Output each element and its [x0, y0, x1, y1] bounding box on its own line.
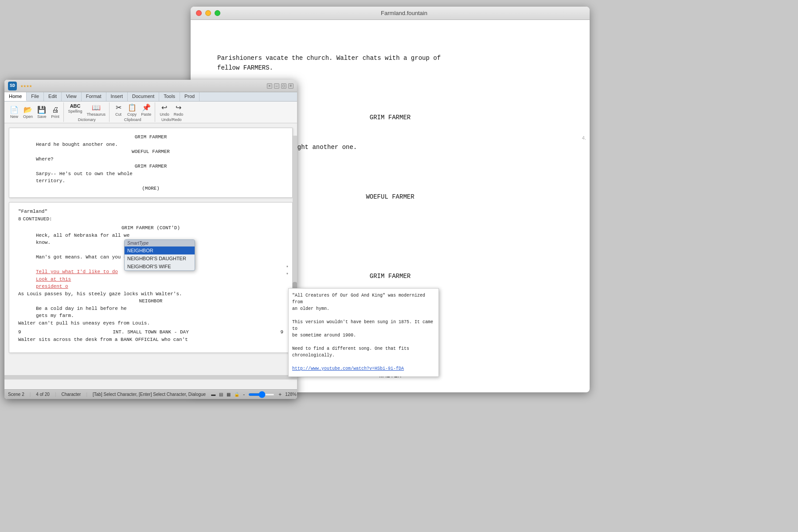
- char-grim-p1: GRIM FARMER: [18, 133, 283, 141]
- view-icon-4[interactable]: 🔒: [234, 392, 239, 397]
- autocomplete-dropdown[interactable]: SmartType NEIGHBOR NEIGHBOR'S DAUGHTER N…: [124, 239, 195, 271]
- toolbar-group-clipboard: ✂ Cut 📋 Copy 📌 Paste Clipboard: [110, 102, 155, 122]
- redo-icon: ↪: [176, 103, 181, 112]
- copy-label: Copy: [127, 112, 137, 117]
- char-grim-contd: GRIM FARMER (CONT'D): [18, 224, 283, 232]
- maximize-button[interactable]: [215, 10, 220, 16]
- zoom-plus[interactable]: +: [278, 391, 282, 398]
- tab-file[interactable]: File: [27, 92, 44, 101]
- ac-item-daughter[interactable]: NEIGHBOR'S DAUGHTER: [125, 254, 195, 262]
- thesaurus-icon: 📖: [92, 103, 101, 112]
- notes-line-4: be sometime around 1900.: [292, 332, 435, 339]
- tab-format[interactable]: Format: [82, 92, 106, 101]
- dial-neighbor-red3: president o: [36, 283, 266, 290]
- app-titlebar: SD ★★★★ ✕ — ▢ ≡: [4, 80, 297, 92]
- ac-item-wife[interactable]: NEIGHBOR'S WIFE: [125, 262, 195, 270]
- zoom-slider[interactable]: [248, 393, 275, 396]
- screenplay-title: Farmland.fountain: [224, 10, 584, 16]
- view-icon-1[interactable]: ▬: [211, 392, 215, 397]
- page-number-gutter: 4.: [582, 135, 586, 141]
- dial-grim-p1: Heard he bought another one.: [36, 141, 266, 149]
- app-max-btn[interactable]: ▢: [281, 83, 286, 89]
- tab-insert[interactable]: Insert: [106, 92, 128, 101]
- close-button[interactable]: [196, 10, 202, 16]
- action-bank: Walter sits across the desk from a BANK …: [18, 336, 283, 344]
- app-close-btn[interactable]: ✕: [267, 83, 272, 89]
- cut-button[interactable]: ✂ Cut: [112, 102, 125, 117]
- paste-button[interactable]: 📌 Paste: [139, 102, 153, 117]
- app-extra-btn[interactable]: ≡: [288, 83, 293, 89]
- char-neighbor2-p2: NEIGHBOR: [18, 297, 283, 305]
- notes-panel[interactable]: "All Creatures Of Our God And King" was …: [288, 288, 439, 377]
- tab-prod[interactable]: Prod: [180, 92, 200, 101]
- action-line: Parishioners vacate the church. Walter c…: [217, 53, 563, 73]
- dial-grim2-p1: Sarpy-- He's out to own the whole: [36, 170, 266, 178]
- minimize-button[interactable]: [205, 10, 211, 16]
- redo-label: Redo: [174, 112, 184, 117]
- page-title-label: "Farmland": [18, 208, 47, 215]
- notes-spacer-1: [292, 312, 435, 319]
- app-icon: SD: [8, 82, 17, 90]
- toolbar-group-file: 📄 New 📂 Open 💾 Save 🖨 Print: [6, 102, 64, 122]
- notes-line-6: chronologically.: [292, 352, 435, 359]
- status-element: Character: [62, 392, 81, 397]
- save-label: Save: [37, 114, 47, 119]
- save-button[interactable]: 💾 Save: [35, 105, 48, 120]
- more-p1: (MORE): [18, 185, 283, 192]
- notes-line-5: Need to find a different song. One that …: [292, 345, 435, 352]
- tab-home[interactable]: Home: [4, 92, 27, 101]
- scene-9-row: 9 INT. SMALL TOWN BANK - DAY 9: [18, 329, 283, 336]
- char-grim2-p1: GRIM FARMER: [18, 163, 283, 170]
- spelling-button[interactable]: ABC Spelling: [66, 102, 84, 117]
- notes-link-1[interactable]: http://www.youtube.com/watch?v=HSbi-9i-f…: [292, 365, 435, 372]
- toolbar-group-undo: ↩ Undo ↪ Redo Undo/Redo: [156, 102, 187, 122]
- undo-icon: ↩: [161, 103, 167, 112]
- ribbon-tabs: Home File Edit View Format Insert Docume…: [4, 92, 297, 102]
- copy-button[interactable]: 📋 Copy: [125, 102, 138, 117]
- thesaurus-button[interactable]: 📖 Thesaurus: [85, 102, 108, 117]
- dial-grim2b-p1: territory.: [36, 177, 266, 185]
- cut-icon: ✂: [116, 103, 121, 112]
- status-scene: Scene 2: [8, 392, 24, 397]
- view-icon-2[interactable]: ▤: [219, 392, 223, 397]
- tab-tools[interactable]: Tools: [159, 92, 180, 101]
- window-controls: ✕ — ▢ ≡: [267, 83, 293, 89]
- action-louis-p2: As Louis passes by, his steely gaze lock…: [18, 290, 283, 298]
- scene-9-heading: INT. SMALL TOWN BANK - DAY: [113, 329, 189, 336]
- redo-button[interactable]: ↪ Redo: [172, 102, 185, 117]
- print-button[interactable]: 🖨 Print: [49, 105, 62, 120]
- dial-neighbor-red2: Look at this: [36, 276, 266, 283]
- app-min-btn[interactable]: —: [274, 83, 279, 89]
- tab-document[interactable]: Document: [128, 92, 159, 101]
- zoom-minus[interactable]: -: [243, 391, 245, 398]
- scene-num-9-right: 9: [280, 329, 283, 336]
- page-card-1[interactable]: GRIM FARMER Heard he bought another one.…: [9, 128, 293, 198]
- dial-woeful-p1: Where?: [36, 156, 266, 163]
- scene-8-header: 8 CONTINUED:: [18, 215, 283, 223]
- thesaurus-label: Thesaurus: [87, 112, 106, 117]
- horizontal-scrollbar[interactable]: [4, 375, 293, 379]
- new-button[interactable]: 📄 New: [8, 105, 20, 120]
- tab-edit[interactable]: Edit: [44, 92, 62, 101]
- copy-icon: 📋: [128, 103, 137, 112]
- print-icon: 🖨: [52, 106, 59, 114]
- open-label: Open: [23, 114, 33, 119]
- new-doc-icon: 📄: [10, 106, 19, 114]
- notes-line-2: an older hymn.: [292, 305, 435, 312]
- change-marks: **: [286, 265, 289, 279]
- toolbar: 📄 New 📂 Open 💾 Save 🖨 Print ABC Spelling: [4, 102, 297, 123]
- status-right: ▬ ▤ ▦ 🔒 - + 128% 128%: [211, 391, 297, 398]
- ac-item-neighbor[interactable]: NEIGHBOR: [125, 246, 195, 254]
- undo-label: Undo: [160, 112, 169, 117]
- smarttype-header: SmartType: [125, 240, 195, 246]
- spelling-label: Spelling: [68, 109, 82, 113]
- char-woeful-p1: WOEFUL FARMER: [18, 148, 283, 156]
- status-bar: Scene 2 | 4 of 20 | Character | [Tab] Se…: [4, 389, 297, 399]
- page-card-2[interactable]: "Farmland" 8 CONTINUED: GRIM FARMER (CON…: [9, 202, 293, 353]
- open-button[interactable]: 📂 Open: [21, 105, 35, 120]
- tab-view[interactable]: View: [62, 92, 82, 101]
- view-icon-3[interactable]: ▦: [227, 392, 231, 397]
- open-icon: 📂: [23, 106, 32, 114]
- save-icon: 💾: [37, 106, 46, 114]
- undo-button[interactable]: ↩ Undo: [158, 102, 171, 117]
